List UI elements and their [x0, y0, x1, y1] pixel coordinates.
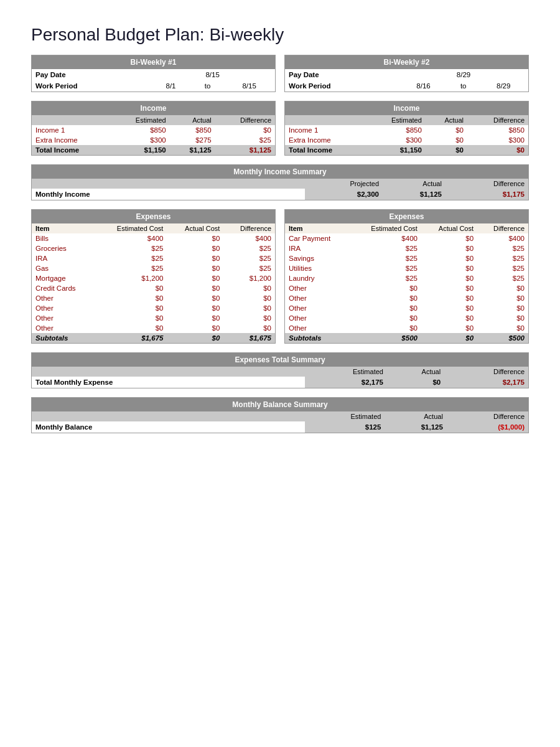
expenses2-col-item: Item [285, 223, 350, 233]
expenses2-subtotal-label: Subtotals [285, 333, 350, 344]
monthly-income-difference: $1,175 [446, 189, 529, 200]
biweekly1-income1-est: $850 [111, 125, 169, 135]
page-title: Personal Budget Plan: Bi-weekly [31, 25, 529, 45]
biweekly1-income: Income Estimated Actual Difference Incom… [31, 101, 276, 156]
income-row: Income Estimated Actual Difference Incom… [31, 101, 529, 156]
monthly-balance-estimated: $125 [305, 421, 385, 433]
expenses-total-actual: $0 [387, 377, 444, 388]
biweekly2-workperiod-label: Work Period [285, 80, 399, 92]
expenses1-subtotal-label: Subtotals [32, 333, 96, 344]
biweekly2-extra-label: Extra Income [285, 135, 366, 145]
biweekly2-paydate-value: 8/29 [399, 69, 528, 80]
biweekly2-workperiod-start: 8/16 [399, 80, 448, 92]
expenses1-subtotal: Subtotals $1,675 $0 $1,675 [32, 333, 276, 344]
expenses2-subtotal-act: $0 [421, 333, 477, 344]
monthly-income-row-label: Monthly Income [32, 189, 305, 200]
biweekly2-col-difference: Difference [467, 115, 529, 125]
biweekly1-total-diff: $1,125 [215, 145, 276, 156]
biweekly1-col-estimated: Estimated [111, 115, 169, 125]
monthly-balance-actual: $1,125 [385, 421, 446, 433]
biweekly1-paydate-row: Pay Date 8/15 [32, 69, 276, 80]
biweekly2-header: Bi-Weekly #2 [285, 55, 529, 70]
expenses2-subtotal: Subtotals $500 $0 $500 [285, 333, 529, 344]
expenses1-row-9: Other $0 $0 $0 [32, 323, 276, 333]
biweekly1-total-est: $1,150 [111, 145, 169, 156]
biweekly1-workperiod-row: Work Period 8/1 to 8/15 [32, 80, 276, 92]
expenses1-subtotal-diff: $1,675 [223, 333, 275, 344]
expenses1-row-1: Groceries $25 $0 $25 [32, 243, 276, 253]
biweekly-header-row: Bi-Weekly #1 Pay Date 8/15 Work Period 8… [31, 55, 529, 92]
expenses-total-col-difference: Difference [444, 367, 528, 377]
expenses1-col-actcost: Actual Cost [167, 223, 223, 233]
expenses2-row-3: Utilities $25 $0 $25 [285, 263, 529, 273]
biweekly2-income1-diff: $850 [467, 125, 529, 135]
monthly-income-projected: $2,300 [305, 189, 383, 200]
expenses1-row-8: Other $0 $0 $0 [32, 313, 276, 323]
expenses1-row-3: Gas $25 $0 $25 [32, 263, 276, 273]
expenses1-col-item: Item [32, 223, 96, 233]
biweekly1-paydate-value: 8/15 [150, 69, 275, 80]
biweekly2-total-diff: $0 [467, 145, 529, 156]
expenses2-row-9: Other $0 $0 $0 [285, 323, 529, 333]
biweekly2-extra-act: $0 [426, 135, 467, 145]
biweekly2-income1-act: $0 [426, 125, 467, 135]
expenses1-header: Expenses [32, 210, 276, 224]
biweekly2-extra-diff: $300 [467, 135, 529, 145]
biweekly2-income-header: Income [285, 101, 529, 116]
biweekly1-col-actual: Actual [170, 115, 215, 125]
expenses-total-summary: Expenses Total Summary Estimated Actual … [31, 352, 529, 388]
expenses2-row-0: Car Payment $400 $0 $400 [285, 233, 529, 243]
expenses-total-estimated: $2,175 [305, 377, 387, 388]
biweekly2-header-row: Bi-Weekly #2 [285, 55, 529, 70]
expenses2-table: Expenses Item Estimated Cost Actual Cost… [284, 209, 529, 344]
biweekly1-income1-diff: $0 [215, 125, 276, 135]
expenses2-subtotal-diff: $500 [477, 333, 528, 344]
biweekly2-workperiod-to: to [448, 80, 479, 92]
biweekly1-workperiod-end: 8/15 [223, 80, 275, 92]
expenses1-col-estcost: Estimated Cost [95, 223, 167, 233]
biweekly1-extra-est: $300 [111, 135, 169, 145]
biweekly1-workperiod-to: to [192, 80, 223, 92]
expenses2-col-estcost: Estimated Cost [350, 223, 421, 233]
expenses2-col-actcost: Actual Cost [421, 223, 477, 233]
monthly-income-col-projected: Projected [305, 179, 383, 189]
expenses2-row-4: Laundry $25 $0 $25 [285, 273, 529, 283]
monthly-balance-row-label: Monthly Balance [32, 421, 305, 433]
monthly-balance-col-estimated: Estimated [305, 411, 385, 421]
expenses2-row-1: IRA $25 $0 $25 [285, 243, 529, 253]
biweekly1-workperiod-start: 8/1 [150, 80, 192, 92]
expenses-total-header: Expenses Total Summary [32, 353, 529, 367]
expenses-total-col-estimated: Estimated [305, 367, 387, 377]
biweekly2-total-est: $1,150 [366, 145, 426, 156]
biweekly1-total-label: Total Income [32, 145, 111, 156]
expenses1-subtotal-est: $1,675 [95, 333, 167, 344]
monthly-balance-summary: Monthly Balance Summary Estimated Actual… [31, 397, 529, 433]
budget-layout: Bi-Weekly #1 Pay Date 8/15 Work Period 8… [31, 55, 529, 433]
biweekly2-paydate-label: Pay Date [285, 69, 399, 80]
expenses2-row-7: Other $0 $0 $0 [285, 303, 529, 313]
biweekly1-header: Bi-Weekly #1 [32, 55, 276, 70]
monthly-income-summary: Monthly Income Summary Projected Actual … [31, 164, 529, 200]
monthly-balance-col-actual: Actual [385, 411, 446, 421]
biweekly1-header-row: Bi-Weekly #1 [32, 55, 276, 70]
biweekly1-income1-label: Income 1 [32, 125, 111, 135]
expenses-total-col-actual: Actual [387, 367, 444, 377]
biweekly1-extra-diff: $25 [215, 135, 276, 145]
biweekly1-income1-act: $850 [170, 125, 215, 135]
biweekly2-extra-est: $300 [366, 135, 426, 145]
biweekly2-paydate-row: Pay Date 8/29 [285, 69, 529, 80]
monthly-balance-header: Monthly Balance Summary [32, 398, 529, 412]
expenses2-row-5: Other $0 $0 $0 [285, 283, 529, 293]
monthly-balance-difference: ($1,000) [447, 421, 529, 433]
monthly-balance-col-difference: Difference [447, 411, 529, 421]
biweekly2-income: Income Estimated Actual Difference Incom… [284, 101, 529, 156]
expenses1-subtotal-act: $0 [167, 333, 223, 344]
biweekly2-workperiod-end: 8/29 [478, 80, 528, 92]
biweekly2-total-label: Total Income [285, 145, 366, 156]
monthly-income-header: Monthly Income Summary [32, 165, 529, 179]
expenses2-row-2: Savings $25 $0 $25 [285, 253, 529, 263]
monthly-income-actual: $1,125 [383, 189, 446, 200]
expenses1-row-7: Other $0 $0 $0 [32, 303, 276, 313]
biweekly1-paydate-label: Pay Date [32, 69, 151, 80]
biweekly2-col-actual: Actual [426, 115, 467, 125]
